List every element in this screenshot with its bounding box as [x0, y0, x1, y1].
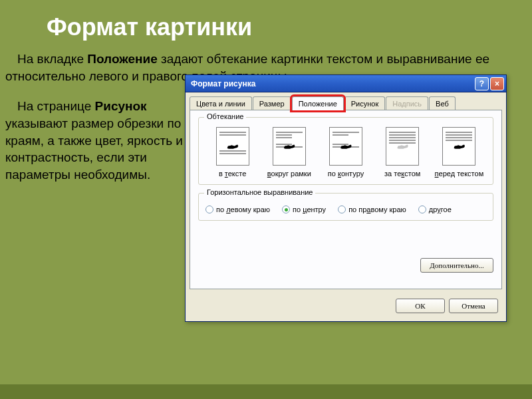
tab-position[interactable]: Положение: [292, 96, 344, 110]
radio-icon: [282, 205, 290, 213]
wrap-options-row: в тексте вокруг рамки по контуру за текс…: [205, 127, 486, 178]
para1-bold: Положение: [87, 52, 157, 66]
accent-bar: [0, 384, 532, 399]
align-left-radio[interactable]: по левому краю: [205, 205, 270, 213]
tab-web[interactable]: Веб: [429, 96, 456, 110]
advanced-button[interactable]: Дополнительно...: [420, 258, 493, 273]
para2-bold: Рисунок: [95, 99, 147, 113]
dialog-title: Формат рисунка: [191, 79, 473, 88]
wrap-inline-icon: [216, 127, 249, 166]
wrapping-label: Обтекание: [204, 112, 246, 120]
wrap-behind[interactable]: за текстом: [376, 127, 430, 178]
tab-picture[interactable]: Рисунок: [344, 96, 386, 110]
wrap-square[interactable]: вокруг рамки: [262, 127, 316, 178]
alignment-group: Горизонтальное выравнивание по левому кр…: [198, 193, 493, 221]
align-right-radio[interactable]: по правому краю: [338, 205, 406, 213]
wrap-front-icon: [442, 127, 475, 166]
radio-icon: [205, 205, 213, 213]
radio-icon: [338, 205, 346, 213]
wrap-tight-icon: [329, 127, 362, 166]
wrap-tight[interactable]: по контуру: [319, 127, 372, 178]
tab-content-position: Обтекание в тексте вокруг рамки по конту…: [190, 110, 502, 289]
wrap-square-icon: [273, 127, 306, 166]
alignment-label: Горизонтальное выравнивание: [204, 188, 315, 196]
dialog-button-row: ОК Отмена: [186, 293, 506, 321]
align-center-radio[interactable]: по центру: [282, 205, 326, 213]
cancel-button[interactable]: Отмена: [449, 299, 498, 313]
close-button[interactable]: ×: [490, 77, 504, 90]
tabstrip: Цвета и линии Размер Положение Рисунок Н…: [186, 92, 506, 110]
radio-icon: [418, 205, 426, 213]
para2-prefix: На странице: [17, 99, 95, 113]
format-picture-dialog: Формат рисунка ? × Цвета и линии Размер …: [185, 74, 507, 322]
dialog-titlebar[interactable]: Формат рисунка ? ×: [186, 75, 506, 92]
slide-title: Формат картинки: [0, 0, 532, 51]
wrap-front[interactable]: перед текстом: [432, 127, 486, 178]
wrap-inline[interactable]: в тексте: [205, 127, 259, 178]
tab-colors-lines[interactable]: Цвета и линии: [190, 96, 252, 110]
para2-suffix: указывают размер обрезки по краям, а так…: [5, 116, 183, 182]
para1-prefix: На вкладке: [17, 52, 87, 66]
tab-size[interactable]: Размер: [253, 96, 291, 110]
ok-button[interactable]: ОК: [396, 299, 445, 313]
wrapping-group: Обтекание в тексте вокруг рамки по конту…: [198, 117, 493, 185]
help-button[interactable]: ?: [475, 77, 489, 90]
align-other-radio[interactable]: другое: [418, 205, 452, 213]
tab-caption: Надпись: [386, 96, 428, 110]
wrap-behind-icon: [386, 127, 419, 166]
